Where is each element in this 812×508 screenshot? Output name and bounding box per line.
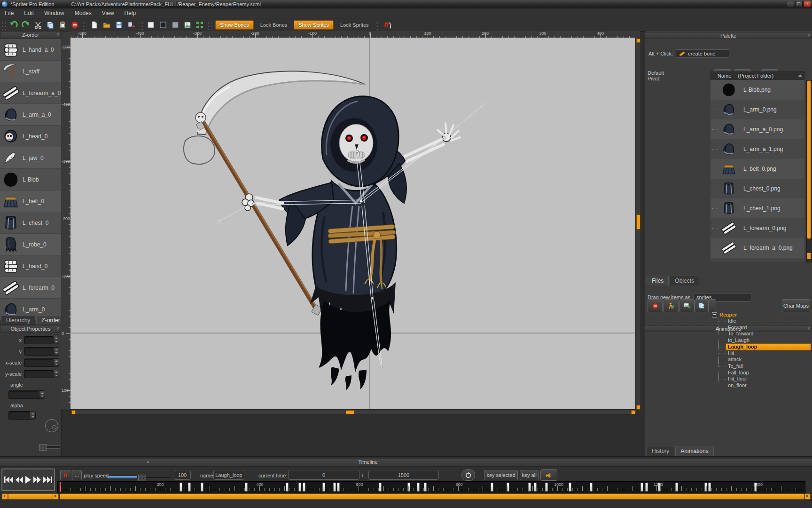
file-list-item[interactable]: L_forearm_0.png — [710, 218, 804, 238]
animation-item[interactable]: Hit — [711, 350, 811, 357]
cut-icon[interactable] — [32, 20, 44, 30]
scroll-right-button[interactable] — [631, 410, 635, 414]
palette-tab[interactable]: Files — [647, 276, 669, 286]
view-white-icon[interactable] — [145, 20, 157, 30]
fit-view-icon[interactable] — [194, 20, 206, 30]
sound-button[interactable] — [540, 469, 557, 481]
lock-sprites-button[interactable]: Lock Sprites — [336, 21, 373, 29]
file-list-item[interactable]: L_chest_0.png — [710, 179, 804, 198]
angle-dial[interactable] — [45, 419, 58, 432]
alpha-input[interactable] — [8, 411, 36, 420]
playhead[interactable] — [60, 482, 61, 492]
view-dark-icon[interactable] — [157, 20, 169, 30]
file-list-item[interactable]: L-Blob.png — [710, 80, 804, 100]
zorder-item[interactable]: L_forearm_a_0 — [0, 82, 61, 104]
zorder-item[interactable]: L_hand_0 — [0, 255, 61, 277]
right-bottom-tab[interactable]: Animations — [675, 446, 713, 456]
key-selected-button[interactable]: key selected — [484, 470, 518, 480]
scroll-handle[interactable] — [636, 214, 640, 230]
alpha-slider[interactable] — [39, 445, 60, 449]
skip-to-end-button[interactable] — [43, 476, 53, 484]
new-file-icon[interactable] — [88, 20, 101, 30]
animation-item[interactable]: Laugh_loop — [726, 344, 811, 350]
menu-item[interactable]: Edit — [24, 10, 34, 16]
loop-toggle-button[interactable] — [461, 469, 475, 481]
scroll-right-button[interactable] — [804, 493, 811, 500]
animation-item[interactable]: on_floor — [711, 382, 811, 389]
lock-bones-button[interactable]: Lock Bones — [257, 21, 291, 29]
duplicate-animation-button[interactable] — [679, 299, 695, 312]
copy-animation-button[interactable] — [695, 299, 709, 312]
timeline-ruler[interactable]: 200400600800100012001400 — [57, 481, 805, 493]
minimize-button[interactable]: – — [787, 1, 794, 7]
animation-item[interactable]: to_Laugh — [711, 337, 811, 344]
undo-icon[interactable] — [8, 20, 20, 30]
zorder-item[interactable]: L_forearm_0 — [0, 277, 61, 299]
close-icon[interactable]: × — [56, 325, 59, 332]
open-folder-icon[interactable] — [101, 20, 113, 30]
canvas-vertical-scrollbar[interactable] — [635, 38, 641, 410]
slider-handle[interactable] — [138, 475, 146, 481]
animation-name-value[interactable]: Laugh_loop — [213, 470, 244, 480]
angle-input[interactable] — [8, 390, 45, 399]
snap-magnet-icon[interactable] — [381, 20, 393, 30]
spinner-buttons[interactable] — [39, 391, 45, 398]
op-field-input[interactable] — [24, 370, 59, 378]
file-list-item[interactable]: L_arm_a_1.png — [710, 139, 804, 159]
zorder-panel-header[interactable]: Z-order × — [0, 31, 61, 39]
zorder-item[interactable]: L_head_0 — [0, 126, 61, 147]
animation-item[interactable]: Idle — [711, 318, 811, 325]
file-list-item[interactable]: L_chest_1.png — [710, 198, 804, 218]
animation-item[interactable]: Hit_floor — [711, 376, 811, 382]
op-field-input[interactable] — [24, 358, 59, 367]
op-field-input[interactable] — [24, 347, 59, 356]
zorder-item[interactable]: L_staff — [0, 61, 61, 82]
skip-to-start-button[interactable] — [4, 476, 14, 484]
view-gray-icon[interactable] — [169, 20, 181, 30]
scroll-left-button[interactable] — [71, 410, 76, 414]
animation-item[interactable]: Forward — [711, 325, 811, 331]
close-icon[interactable]: × — [56, 32, 59, 38]
spinner-buttons[interactable] — [53, 370, 59, 378]
redo-icon[interactable] — [20, 20, 32, 30]
previous-frame-button[interactable] — [15, 476, 23, 484]
spinner-buttons[interactable] — [53, 359, 59, 366]
zorder-item[interactable]: L_jaw_0 — [0, 147, 61, 169]
close-icon[interactable]: × — [807, 32, 810, 39]
menu-item[interactable]: Help — [125, 10, 136, 16]
zorder-item[interactable]: L-Blob — [0, 169, 61, 190]
scroll-up-button[interactable] — [636, 39, 640, 43]
palette-header[interactable]: Palette × — [645, 32, 812, 39]
play-button[interactable] — [24, 476, 31, 484]
object-properties-header[interactable]: Object Properties × — [0, 325, 61, 333]
zorder-item[interactable]: L_arm_a_0 — [0, 104, 61, 126]
import-icon[interactable] — [125, 20, 137, 30]
close-button[interactable]: × — [804, 1, 811, 7]
collapse-tree-icon[interactable] — [712, 312, 717, 318]
more-animations-button[interactable]: ... — [709, 299, 716, 312]
scroll-down-button[interactable] — [807, 253, 811, 259]
total-time-input[interactable]: 1500 — [368, 470, 439, 480]
menu-item[interactable]: Modes — [75, 10, 92, 16]
timeline-header[interactable]: Timeline × — [0, 459, 812, 467]
spinner-buttons[interactable] — [30, 412, 35, 419]
play-speed-slider[interactable] — [107, 475, 171, 480]
menu-item[interactable]: File — [5, 10, 14, 16]
title-bar[interactable]: *Spriter Pro Edition C:/Art Packs/Advent… — [0, 0, 812, 9]
file-list-item[interactable]: L_forearm_a_0.png — [710, 238, 804, 258]
show-bones-button[interactable]: Show Bones — [215, 20, 254, 30]
file-list-header[interactable]: Name (Project Folder) — [710, 71, 804, 79]
scroll-right-button[interactable] — [53, 493, 59, 500]
show-sprites-button[interactable]: Show Sprites — [294, 20, 334, 30]
close-icon[interactable]: × — [147, 459, 589, 466]
save-icon[interactable] — [113, 20, 125, 30]
delete-animation-button[interactable] — [648, 299, 663, 312]
spinner-buttons[interactable] — [53, 336, 59, 344]
spinner-buttons[interactable] — [53, 348, 59, 355]
file-list-item[interactable]: L_arm_0.png — [710, 100, 804, 119]
file-list-item[interactable]: L_arm_a_0.png — [710, 119, 804, 139]
canvas-horizontal-scrollbar[interactable] — [70, 409, 636, 415]
new-animation-button[interactable] — [664, 299, 679, 312]
animation-item[interactable]: To_fall — [711, 363, 811, 370]
animation-item[interactable]: To_forward — [711, 331, 811, 337]
